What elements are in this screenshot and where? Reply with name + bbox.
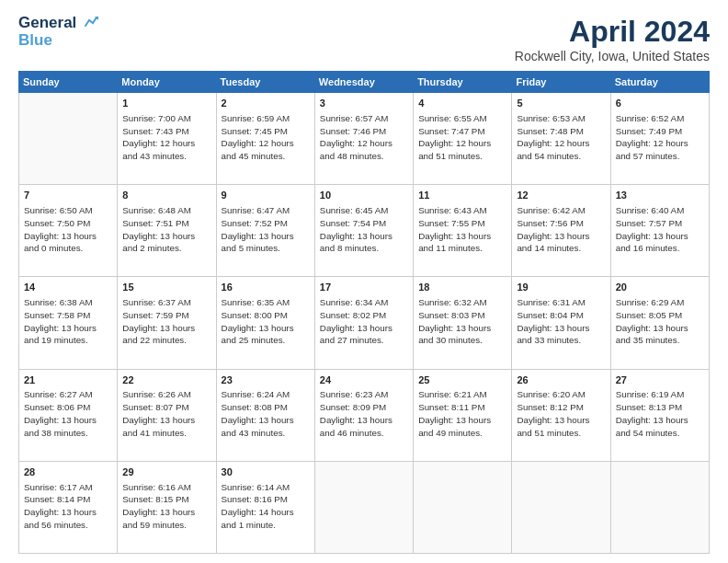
calendar-cell: 19Sunrise: 6:31 AMSunset: 8:04 PMDayligh… [512,277,610,369]
day-number: 5 [517,97,605,110]
calendar-cell: 7Sunrise: 6:50 AMSunset: 7:50 PMDaylight… [19,185,118,277]
cell-content: Sunrise: 6:55 AMSunset: 7:47 PMDaylight:… [418,113,491,161]
calendar-cell: 22Sunrise: 6:26 AMSunset: 8:07 PMDayligh… [118,369,216,461]
cell-content: Sunrise: 6:40 AMSunset: 7:57 PMDaylight:… [616,205,688,253]
day-number: 24 [320,373,408,387]
day-number: 3 [320,97,408,110]
day-number: 9 [222,189,310,202]
day-number: 15 [122,281,210,294]
calendar-cell: 18Sunrise: 6:32 AMSunset: 8:03 PMDayligh… [414,277,512,369]
cell-content: Sunrise: 6:38 AMSunset: 7:58 PMDaylight:… [24,297,97,345]
day-number: 4 [418,97,506,110]
calendar-cell: 2Sunrise: 6:59 AMSunset: 7:45 PMDaylight… [216,93,314,185]
subtitle: Rockwell City, Iowa, United States [515,49,710,63]
cell-content: Sunrise: 6:53 AMSunset: 7:48 PMDaylight:… [517,113,589,161]
calendar-week-row: 21Sunrise: 6:27 AMSunset: 8:06 PMDayligh… [19,369,710,461]
calendar-cell: 10Sunrise: 6:45 AMSunset: 7:54 PMDayligh… [314,185,413,277]
day-number: 18 [418,281,506,294]
cell-content: Sunrise: 6:48 AMSunset: 7:51 PMDaylight:… [122,205,195,253]
col-sunday: Sunday [19,72,118,93]
day-number: 30 [222,465,310,479]
calendar-week-row: 7Sunrise: 6:50 AMSunset: 7:50 PMDaylight… [19,185,710,277]
day-number: 1 [122,97,210,110]
cell-content: Sunrise: 6:26 AMSunset: 8:07 PMDaylight:… [122,389,195,437]
calendar-cell: 15Sunrise: 6:37 AMSunset: 7:59 PMDayligh… [118,277,216,369]
cell-content: Sunrise: 6:50 AMSunset: 7:50 PMDaylight:… [24,205,97,253]
calendar-cell: 8Sunrise: 6:48 AMSunset: 7:51 PMDaylight… [118,185,216,277]
calendar-cell [314,461,413,553]
col-wednesday: Wednesday [314,72,413,93]
calendar-cell [610,461,709,553]
calendar-cell: 11Sunrise: 6:43 AMSunset: 7:55 PMDayligh… [414,185,512,277]
calendar-cell [414,461,512,553]
cell-content: Sunrise: 6:52 AMSunset: 7:49 PMDaylight:… [616,113,688,161]
header: General Blue April 2024 Rockwell City, I… [18,15,710,63]
cell-content: Sunrise: 6:24 AMSunset: 8:08 PMDaylight:… [222,389,294,437]
day-number: 20 [616,281,704,294]
cell-content: Sunrise: 6:31 AMSunset: 8:04 PMDaylight:… [517,297,589,345]
col-friday: Friday [512,72,610,93]
day-number: 2 [222,97,310,110]
day-number: 29 [122,465,210,479]
calendar-cell: 4Sunrise: 6:55 AMSunset: 7:47 PMDaylight… [414,93,512,185]
calendar-cell: 23Sunrise: 6:24 AMSunset: 8:08 PMDayligh… [216,369,314,461]
day-number: 21 [24,373,112,387]
calendar-cell: 13Sunrise: 6:40 AMSunset: 7:57 PMDayligh… [610,185,709,277]
calendar-cell: 27Sunrise: 6:19 AMSunset: 8:13 PMDayligh… [610,369,709,461]
cell-content: Sunrise: 6:29 AMSunset: 8:05 PMDaylight:… [616,297,688,345]
cell-content: Sunrise: 6:19 AMSunset: 8:13 PMDaylight:… [616,389,688,437]
cell-content: Sunrise: 6:23 AMSunset: 8:09 PMDaylight:… [320,389,392,437]
calendar-week-row: 1Sunrise: 7:00 AMSunset: 7:43 PMDaylight… [19,93,710,185]
calendar-week-row: 14Sunrise: 6:38 AMSunset: 7:58 PMDayligh… [19,277,710,369]
day-number: 11 [418,189,506,202]
cell-content: Sunrise: 6:43 AMSunset: 7:55 PMDaylight:… [418,205,491,253]
day-number: 27 [616,373,704,387]
calendar-cell: 3Sunrise: 6:57 AMSunset: 7:46 PMDaylight… [314,93,413,185]
main-title: April 2024 [515,15,710,49]
calendar-cell: 1Sunrise: 7:00 AMSunset: 7:43 PMDaylight… [118,93,216,185]
day-number: 14 [24,281,112,294]
cell-content: Sunrise: 6:17 AMSunset: 8:14 PMDaylight:… [24,482,97,530]
cell-content: Sunrise: 6:27 AMSunset: 8:06 PMDaylight:… [24,389,97,437]
calendar-cell: 24Sunrise: 6:23 AMSunset: 8:09 PMDayligh… [314,369,413,461]
day-number: 8 [122,189,210,202]
calendar-cell [512,461,610,553]
cell-content: Sunrise: 6:20 AMSunset: 8:12 PMDaylight:… [517,389,589,437]
calendar-cell: 29Sunrise: 6:16 AMSunset: 8:15 PMDayligh… [118,461,216,553]
day-number: 12 [517,189,605,202]
cell-content: Sunrise: 6:47 AMSunset: 7:52 PMDaylight:… [222,205,294,253]
calendar-cell: 16Sunrise: 6:35 AMSunset: 8:00 PMDayligh… [216,277,314,369]
cell-content: Sunrise: 6:32 AMSunset: 8:03 PMDaylight:… [418,297,491,345]
calendar-cell: 20Sunrise: 6:29 AMSunset: 8:05 PMDayligh… [610,277,709,369]
day-number: 25 [418,373,506,387]
cell-content: Sunrise: 7:00 AMSunset: 7:43 PMDaylight:… [122,113,195,161]
calendar-cell: 26Sunrise: 6:20 AMSunset: 8:12 PMDayligh… [512,369,610,461]
day-number: 16 [222,281,310,294]
calendar-cell: 5Sunrise: 6:53 AMSunset: 7:48 PMDaylight… [512,93,610,185]
logo: General Blue [18,15,98,49]
calendar: Sunday Monday Tuesday Wednesday Thursday… [18,71,710,554]
day-number: 17 [320,281,408,294]
calendar-cell: 21Sunrise: 6:27 AMSunset: 8:06 PMDayligh… [19,369,118,461]
cell-content: Sunrise: 6:34 AMSunset: 8:02 PMDaylight:… [320,297,392,345]
cell-content: Sunrise: 6:42 AMSunset: 7:56 PMDaylight:… [517,205,589,253]
calendar-header-row: Sunday Monday Tuesday Wednesday Thursday… [19,72,710,93]
day-number: 19 [517,281,605,294]
cell-content: Sunrise: 6:14 AMSunset: 8:16 PMDaylight:… [222,482,294,530]
col-tuesday: Tuesday [216,72,314,93]
col-monday: Monday [118,72,216,93]
calendar-week-row: 28Sunrise: 6:17 AMSunset: 8:14 PMDayligh… [19,461,710,553]
day-number: 6 [616,97,704,110]
day-number: 23 [222,373,310,387]
title-block: April 2024 Rockwell City, Iowa, United S… [515,15,710,63]
day-number: 7 [24,189,112,202]
cell-content: Sunrise: 6:45 AMSunset: 7:54 PMDaylight:… [320,205,392,253]
col-saturday: Saturday [610,72,709,93]
calendar-cell: 17Sunrise: 6:34 AMSunset: 8:02 PMDayligh… [314,277,413,369]
col-thursday: Thursday [414,72,512,93]
cell-content: Sunrise: 6:59 AMSunset: 7:45 PMDaylight:… [222,113,294,161]
calendar-cell: 25Sunrise: 6:21 AMSunset: 8:11 PMDayligh… [414,369,512,461]
calendar-cell: 12Sunrise: 6:42 AMSunset: 7:56 PMDayligh… [512,185,610,277]
cell-content: Sunrise: 6:57 AMSunset: 7:46 PMDaylight:… [320,113,392,161]
day-number: 28 [24,465,112,479]
